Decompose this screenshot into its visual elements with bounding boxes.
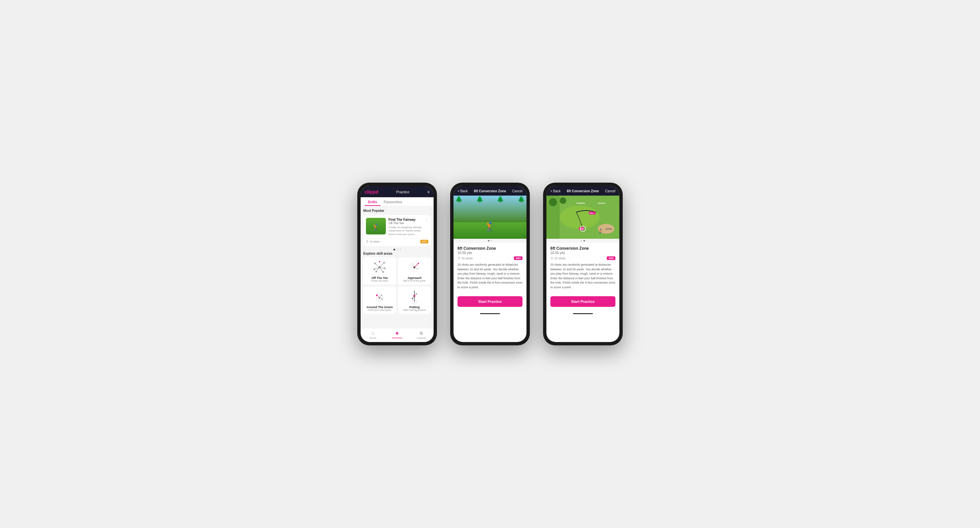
- svg-line-2: [380, 263, 384, 267]
- drill-badge-2: ARG: [514, 256, 522, 260]
- trees: 🌲 🌲 🌲 🌲: [453, 196, 527, 203]
- drill-yardage-3: 10-50 yds: [550, 251, 616, 255]
- drill-photo: 🌲 🌲 🌲 🌲 🏌️: [453, 196, 527, 239]
- activities-label: Activities: [392, 337, 402, 340]
- drill-card-inner: 🏌️ Find The Fairway Off The Tee Create a…: [366, 218, 428, 236]
- svg-text:SAND: SAND: [605, 228, 612, 230]
- nav-activities[interactable]: ♣ Activities: [385, 330, 409, 340]
- golfer-photo: 🏌️: [484, 221, 496, 232]
- dot-2: [396, 249, 398, 250]
- svg-text:Miss: Miss: [590, 212, 593, 214]
- drill-name: Find The Fairway: [388, 218, 428, 222]
- dot-1: [393, 249, 395, 250]
- detail-header-3: < Back 6ft Conversion Zone Cancel: [546, 186, 619, 196]
- cancel-button-2[interactable]: Cancel: [512, 189, 522, 193]
- tabs-row: Drills Favourites: [361, 197, 434, 206]
- putting-icon: [406, 289, 422, 304]
- shots-label: ⏱ 10 shots: [366, 240, 380, 243]
- home-indicator-2: [453, 310, 527, 317]
- detail-header-2: < Back 6ft Conversion Zone Cancel: [453, 186, 527, 196]
- app-logo: clippd: [364, 189, 378, 195]
- course-map-svg: SAND FAIRWAY ROUGH Hit: [546, 196, 619, 239]
- svg-point-18: [418, 263, 419, 264]
- drill-thumbnail: 🏌️: [366, 218, 386, 234]
- drill-badge: OTT: [420, 240, 428, 243]
- phones-container: clippd Practice ≡ Drills Favourites Most…: [357, 183, 623, 345]
- svg-text:FAIRWAY: FAIRWAY: [576, 202, 585, 204]
- atg-icon: [372, 289, 388, 304]
- scroll-dot-3-1: [581, 240, 582, 241]
- capture-icon: ⊕: [419, 330, 423, 336]
- drill-shots-row-3: ⏱ 20 shots ARG: [550, 256, 616, 260]
- scroll-dot-3-2: [584, 240, 585, 241]
- home-bar-3: [573, 313, 593, 314]
- approach-icon-area: [406, 260, 423, 275]
- putting-skill-desc: Make and lag practice: [403, 309, 426, 311]
- drill-sub: Off The Tee: [388, 222, 428, 225]
- shots-info-2: ⏱ 20 shots: [458, 257, 473, 260]
- menu-icon[interactable]: ≡: [427, 190, 430, 194]
- activities-icon: ♣: [395, 330, 398, 336]
- svg-line-19: [411, 263, 414, 267]
- phone-1: clippd Practice ≡ Drills Favourites Most…: [357, 183, 437, 345]
- drill-map: SAND FAIRWAY ROUGH Hit: [546, 196, 619, 239]
- approach-icon: [406, 260, 422, 274]
- nav-capture[interactable]: ⊕ Capture: [409, 330, 434, 340]
- nav-home[interactable]: ⌂ Home: [361, 330, 385, 340]
- scroll-dot-2: [491, 240, 492, 241]
- bottom-nav: ⌂ Home ♣ Activities ⊕ Capture: [361, 328, 434, 342]
- capture-label: Capture: [417, 337, 426, 340]
- skill-card-atg[interactable]: Around The Green Hone your short game: [363, 287, 396, 314]
- home-label: Home: [369, 337, 376, 340]
- most-popular-label: Most Popular: [363, 209, 431, 212]
- tab-favourites[interactable]: Favourites: [380, 197, 406, 206]
- dot-3: [399, 249, 401, 250]
- ott-skill-desc: Power accuracy: [372, 279, 388, 282]
- scroll-indicator-2: [453, 239, 527, 243]
- svg-line-20: [414, 267, 419, 269]
- ott-skill-name: Off The Tee: [372, 276, 388, 279]
- approach-skill-desc: Dial-in to hit the green: [403, 279, 426, 282]
- detail-body-2: 6ft Conversion Zone 10-50 yds ⏱ 20 shots…: [453, 243, 527, 293]
- atg-skill-desc: Hone your short game: [368, 309, 391, 311]
- featured-drill-card[interactable]: ☆ 🏌️ Find The Fairway Off The Tee Create…: [363, 215, 431, 246]
- back-button-2[interactable]: < Back: [458, 189, 468, 193]
- detail-title-3: 6ft Conversion Zone: [567, 189, 599, 193]
- shots-info-3: ⏱ 20 shots: [550, 257, 566, 260]
- svg-line-17: [414, 263, 418, 267]
- drill-description: Create an imaginary fairway using trees …: [388, 226, 428, 236]
- drill-yardage-2: 10-50 yds: [458, 251, 522, 255]
- cancel-button-3[interactable]: Cancel: [605, 189, 616, 193]
- svg-text:🏌️: 🏌️: [598, 228, 604, 234]
- skill-card-putting[interactable]: Putting Make and lag practice: [398, 287, 431, 314]
- drill-meta: ⏱ 10 shots OTT: [366, 238, 428, 243]
- svg-line-27: [377, 295, 380, 298]
- atg-skill-name: Around The Green: [367, 306, 393, 309]
- start-practice-button-2[interactable]: Start Practice: [458, 296, 522, 307]
- svg-point-36: [560, 206, 600, 229]
- detail-title-2: 6ft Conversion Zone: [474, 189, 506, 193]
- carousel-dots: [363, 249, 431, 250]
- tab-drills[interactable]: Drills: [364, 197, 380, 206]
- start-practice-button-3[interactable]: Start Practice: [550, 296, 616, 307]
- phone-3: < Back 6ft Conversion Zone Cancel SAND: [543, 183, 623, 345]
- atg-icon-area: [372, 289, 388, 304]
- drill-info: Find The Fairway Off The Tee Create an i…: [388, 218, 428, 236]
- phone1-header: clippd Practice ≡: [361, 186, 434, 197]
- drill-description-2: 20 shots are randomly generated at dista…: [458, 263, 522, 290]
- svg-point-40: [549, 198, 557, 206]
- golfer-image: 🏌️: [372, 223, 380, 231]
- skill-card-approach[interactable]: Approach Dial-in to hit the green: [398, 257, 431, 285]
- approach-skill-name: Approach: [407, 276, 421, 279]
- skill-card-ott[interactable]: Off The Tee Power accuracy: [363, 257, 396, 285]
- drill-badge-3: ARG: [607, 256, 616, 260]
- back-button-3[interactable]: < Back: [550, 189, 561, 193]
- home-indicator-3: [546, 310, 619, 317]
- svg-point-41: [560, 197, 566, 204]
- ott-icon-area: [372, 260, 388, 275]
- drill-title-2: 6ft Conversion Zone: [458, 246, 522, 251]
- drill-description-3: 20 shots are randomly generated at dista…: [550, 263, 616, 290]
- favourite-icon[interactable]: ☆: [425, 218, 428, 222]
- phone-2: < Back 6ft Conversion Zone Cancel 🌲 🌲 🌲 …: [450, 183, 530, 345]
- drill-title-3: 6ft Conversion Zone: [550, 246, 616, 251]
